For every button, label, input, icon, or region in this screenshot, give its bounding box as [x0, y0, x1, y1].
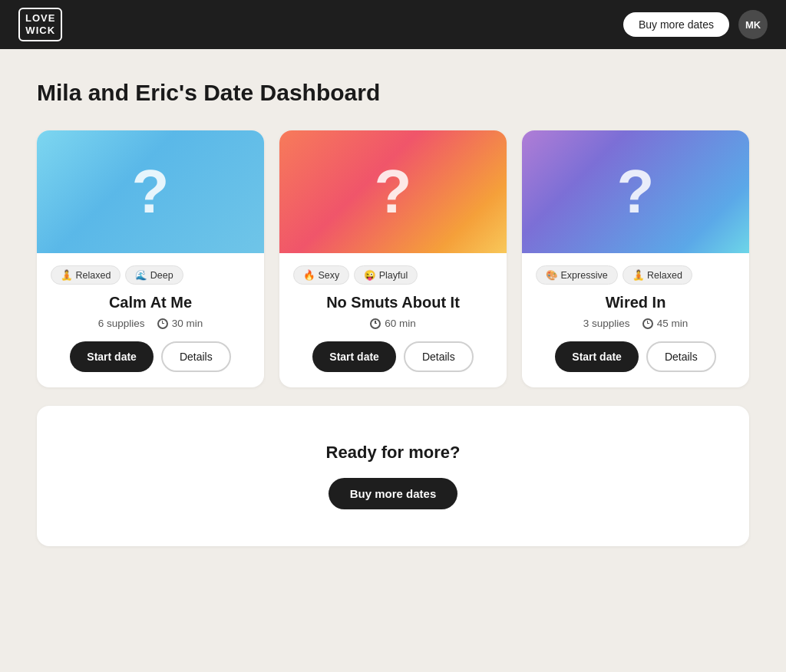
- card-meta-1: 6 supplies 30 min: [51, 318, 250, 329]
- card-actions-3: Start date Details: [536, 341, 735, 372]
- details-button-1[interactable]: Details: [161, 341, 231, 372]
- card-meta-3: 3 supplies 45 min: [536, 318, 735, 329]
- main-content: Mila and Eric's Date Dashboard ? 🧘 Relax…: [0, 49, 786, 672]
- card-body-1: 🧘 Relaxed 🌊 Deep Calm At Me 6 supplies 3…: [37, 253, 264, 387]
- avatar: MK: [738, 10, 768, 39]
- clock-icon-1: [157, 318, 168, 329]
- tag-sexy: 🔥 Sexy: [293, 265, 349, 285]
- logo: LOVE WICK: [18, 8, 62, 41]
- card-actions-1: Start date Details: [51, 341, 250, 372]
- card-image-1: ?: [37, 130, 264, 253]
- tag-expressive: 🎨 Expressive: [536, 265, 618, 285]
- duration-2: 60 min: [370, 318, 416, 329]
- date-card-1: ? 🧘 Relaxed 🌊 Deep Calm At Me 6 supplies…: [37, 130, 264, 387]
- start-date-button-1[interactable]: Start date: [70, 341, 154, 372]
- ready-for-more-panel: Ready for more? Buy more dates: [37, 406, 749, 546]
- supplies-3: 3 supplies: [583, 318, 630, 329]
- start-date-button-2[interactable]: Start date: [312, 341, 396, 372]
- header: LOVE WICK Buy more dates MK: [0, 0, 786, 49]
- date-cards-row: ? 🧘 Relaxed 🌊 Deep Calm At Me 6 supplies…: [37, 130, 749, 387]
- details-button-3[interactable]: Details: [646, 341, 716, 372]
- card-image-2: ?: [279, 130, 507, 253]
- start-date-button-3[interactable]: Start date: [555, 341, 639, 372]
- buy-more-panel-button[interactable]: Buy more dates: [329, 478, 458, 509]
- duration-3: 45 min: [642, 318, 689, 329]
- page-title: Mila and Eric's Date Dashboard: [37, 80, 749, 106]
- card-body-3: 🎨 Expressive 🧘 Relaxed Wired In 3 suppli…: [522, 253, 749, 387]
- card-actions-2: Start date Details: [293, 341, 493, 372]
- tag-relaxed-1: 🧘 Relaxed: [51, 265, 121, 285]
- date-card-3: ? 🎨 Expressive 🧘 Relaxed Wired In 3 supp…: [522, 130, 749, 387]
- header-right: Buy more dates MK: [623, 10, 768, 39]
- date-card-2: ? 🔥 Sexy 😜 Playful No Smuts About It 60 …: [279, 130, 507, 387]
- card-tags-1: 🧘 Relaxed 🌊 Deep: [51, 265, 250, 285]
- card-body-2: 🔥 Sexy 😜 Playful No Smuts About It 60 mi…: [279, 253, 507, 387]
- supplies-1: 6 supplies: [98, 318, 145, 329]
- card-image-3: ?: [522, 130, 749, 253]
- card-title-3: Wired In: [536, 294, 735, 311]
- ready-for-more-title: Ready for more?: [55, 443, 731, 463]
- buy-more-header-button[interactable]: Buy more dates: [623, 12, 729, 37]
- mystery-icon-3: ?: [617, 161, 655, 222]
- card-title-1: Calm At Me: [51, 294, 250, 311]
- tag-relaxed-3: 🧘 Relaxed: [623, 265, 692, 285]
- tag-playful: 😜 Playful: [354, 265, 418, 285]
- card-title-2: No Smuts About It: [293, 294, 493, 311]
- card-tags-2: 🔥 Sexy 😜 Playful: [293, 265, 493, 285]
- mystery-icon-1: ?: [132, 161, 170, 222]
- tag-deep: 🌊 Deep: [125, 265, 183, 285]
- clock-icon-2: [370, 318, 381, 329]
- duration-1: 30 min: [157, 318, 203, 329]
- mystery-icon-2: ?: [375, 161, 412, 222]
- details-button-2[interactable]: Details: [404, 341, 474, 372]
- clock-icon-3: [642, 318, 653, 329]
- card-tags-3: 🎨 Expressive 🧘 Relaxed: [536, 265, 735, 285]
- card-meta-2: 60 min: [293, 318, 493, 329]
